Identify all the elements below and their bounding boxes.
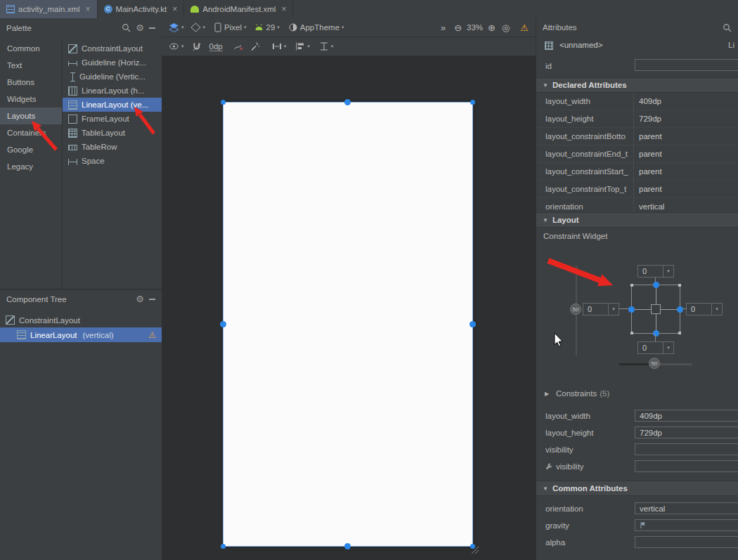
view-options-dropdown[interactable]: ▾ bbox=[169, 42, 184, 51]
zoom-to-fit-button[interactable]: ◎ bbox=[502, 22, 510, 33]
pack-dropdown[interactable]: ▾ bbox=[272, 41, 287, 51]
search-icon[interactable] bbox=[122, 23, 131, 32]
zoom-in-button[interactable]: ⊕ bbox=[488, 22, 496, 33]
editor-tab[interactable]: CMainActivity.kt× bbox=[98, 0, 185, 18]
palette-category-google[interactable]: Google bbox=[0, 141, 62, 158]
palette-component[interactable]: Guideline (Horiz... bbox=[63, 56, 162, 70]
attribute-value-field[interactable] bbox=[635, 536, 738, 548]
margin-left-dropdown[interactable]: 0 ▾ bbox=[583, 303, 619, 315]
attribute-value-field[interactable] bbox=[635, 443, 738, 455]
design-mode-dropdown[interactable]: ▾ bbox=[190, 22, 206, 32]
device-dropdown[interactable]: Pixel ▾ bbox=[214, 22, 246, 32]
tab-close-icon[interactable]: × bbox=[281, 4, 286, 14]
infer-constraints-button[interactable] bbox=[250, 42, 260, 51]
constraint-anchor-right[interactable] bbox=[677, 306, 683, 313]
component-type-truncated: Li bbox=[728, 41, 738, 49]
hide-panel-icon[interactable] bbox=[149, 299, 155, 300]
tab-close-icon[interactable]: × bbox=[172, 4, 177, 14]
resize-handle-right[interactable] bbox=[470, 321, 476, 327]
attribute-value[interactable]: 729dp bbox=[639, 115, 661, 123]
palette-category-legacy[interactable]: Legacy bbox=[0, 158, 62, 175]
horizontal-bias-slider[interactable]: 50 bbox=[649, 358, 660, 369]
resize-handle-bottom[interactable] bbox=[344, 543, 351, 549]
attribute-value[interactable]: parent bbox=[639, 167, 662, 176]
editor-tab[interactable]: activity_main.xml× bbox=[0, 0, 98, 18]
attribute-value[interactable]: parent bbox=[639, 132, 662, 141]
design-canvas[interactable] bbox=[162, 57, 536, 560]
palette-component[interactable]: LinearLayout (h... bbox=[63, 84, 162, 98]
hide-panel-icon[interactable] bbox=[149, 27, 155, 29]
attribute-value[interactable]: 409dp bbox=[639, 97, 661, 105]
space-icon bbox=[68, 159, 77, 165]
constraints-expander[interactable]: ▶ Constraints(5) bbox=[536, 385, 738, 402]
search-icon[interactable] bbox=[723, 23, 732, 32]
attribute-value-field[interactable]: vertical bbox=[635, 502, 738, 514]
layout-attribute-rows: layout_width409dplayout_height729dpvisib… bbox=[536, 408, 738, 475]
default-margin-button[interactable]: 0dp bbox=[209, 42, 223, 51]
artboard-linearlayout[interactable] bbox=[224, 103, 472, 546]
resize-handle-left[interactable] bbox=[220, 321, 226, 327]
palette-category-containers[interactable]: Containers bbox=[0, 124, 62, 141]
canvas-resize-gripper[interactable] bbox=[470, 545, 479, 554]
palette-component-label: TableRow bbox=[82, 143, 117, 151]
palette-component-list: ConstraintLayoutGuideline (Horiz...Guide… bbox=[63, 38, 162, 289]
resize-handle-top-left[interactable] bbox=[221, 100, 226, 105]
palette-component[interactable]: Guideline (Vertic... bbox=[63, 70, 162, 84]
palette-category-text[interactable]: Text bbox=[0, 57, 62, 74]
attribute-name: alpha bbox=[545, 538, 565, 547]
clear-constraints-button[interactable] bbox=[233, 42, 244, 51]
resize-handle-top-right[interactable] bbox=[470, 100, 475, 105]
linearlayout-horizontal-icon bbox=[68, 86, 77, 96]
palette-component-label: Guideline (Vertic... bbox=[79, 72, 145, 81]
guidelines-dropdown[interactable]: ▾ bbox=[319, 41, 334, 51]
id-input[interactable] bbox=[635, 59, 738, 71]
constraints-label: Constraints(5) bbox=[556, 389, 609, 398]
api-level-dropdown[interactable]: 29 ▾ bbox=[254, 23, 279, 32]
constraint-widget-square[interactable] bbox=[631, 285, 680, 334]
autoconnect-toggle[interactable] bbox=[192, 42, 202, 51]
component-tree-item[interactable]: LinearLayout(vertical)⚠ bbox=[0, 327, 162, 342]
gear-icon[interactable]: ⚙ bbox=[136, 294, 144, 304]
constraint-anchor-bottom[interactable] bbox=[653, 330, 659, 337]
attribute-value[interactable]: vertical bbox=[639, 202, 664, 211]
palette-component[interactable]: LinearLayout (ve... bbox=[63, 98, 162, 112]
gear-icon[interactable]: ⚙ bbox=[136, 23, 144, 32]
toolbar-overflow-icon[interactable]: » bbox=[441, 22, 446, 33]
zoom-out-button[interactable]: ⊖ bbox=[454, 22, 462, 33]
palette-component[interactable]: TableLayout bbox=[63, 126, 162, 140]
common-attributes-section-header[interactable]: ▼ Common Attributes bbox=[536, 481, 738, 496]
margin-right-dropdown[interactable]: 0 ▾ bbox=[686, 303, 723, 315]
warnings-errors-icon[interactable]: ⚠ bbox=[520, 22, 529, 33]
margin-bottom-dropdown[interactable]: 0 ▾ bbox=[637, 341, 674, 354]
declared-attributes-section-header[interactable]: ▼ Declared Attributes bbox=[536, 77, 738, 93]
editor-tab[interactable]: AndroidManifest.xml× bbox=[184, 0, 293, 18]
attribute-value-field[interactable] bbox=[635, 460, 738, 472]
attribute-value[interactable]: parent bbox=[639, 150, 662, 158]
attribute-value-field[interactable]: 409dp bbox=[635, 410, 738, 422]
attribute-value-field[interactable]: 729dp bbox=[635, 426, 738, 438]
palette-category-layouts[interactable]: Layouts bbox=[0, 108, 62, 124]
variants-dropdown[interactable]: ▾ bbox=[169, 22, 184, 32]
palette-category-buttons[interactable]: Buttons bbox=[0, 74, 62, 91]
theme-dropdown[interactable]: AppTheme ▾ bbox=[288, 22, 344, 32]
palette-category-widgets[interactable]: Widgets bbox=[0, 91, 62, 108]
component-tree-item[interactable]: ConstraintLayout bbox=[0, 313, 162, 327]
tab-close-icon[interactable]: × bbox=[86, 4, 91, 14]
vertical-bias-slider[interactable]: 50 bbox=[570, 304, 581, 315]
palette-component[interactable]: Space bbox=[63, 154, 162, 168]
align-dropdown[interactable]: ▾ bbox=[295, 41, 310, 51]
palette-component[interactable]: FrameLayout bbox=[63, 112, 162, 126]
layout-section-header[interactable]: ▼ Layout bbox=[536, 212, 738, 228]
attribute-name: orientation bbox=[545, 202, 583, 211]
zoom-level[interactable]: 33% bbox=[467, 23, 483, 32]
palette-category-common[interactable]: Common bbox=[0, 40, 62, 57]
constraint-anchor-left[interactable] bbox=[628, 306, 635, 313]
constraint-anchor-top[interactable] bbox=[653, 282, 659, 288]
palette-component[interactable]: TableRow bbox=[63, 140, 162, 154]
margin-top-dropdown[interactable]: 0 ▾ bbox=[637, 265, 674, 278]
attribute-value-field[interactable] bbox=[635, 519, 738, 531]
palette-component[interactable]: ConstraintLayout bbox=[63, 41, 162, 56]
attribute-value[interactable]: parent bbox=[639, 185, 662, 193]
resize-handle-bottom-left[interactable] bbox=[221, 544, 226, 549]
resize-handle-top[interactable] bbox=[344, 99, 351, 105]
